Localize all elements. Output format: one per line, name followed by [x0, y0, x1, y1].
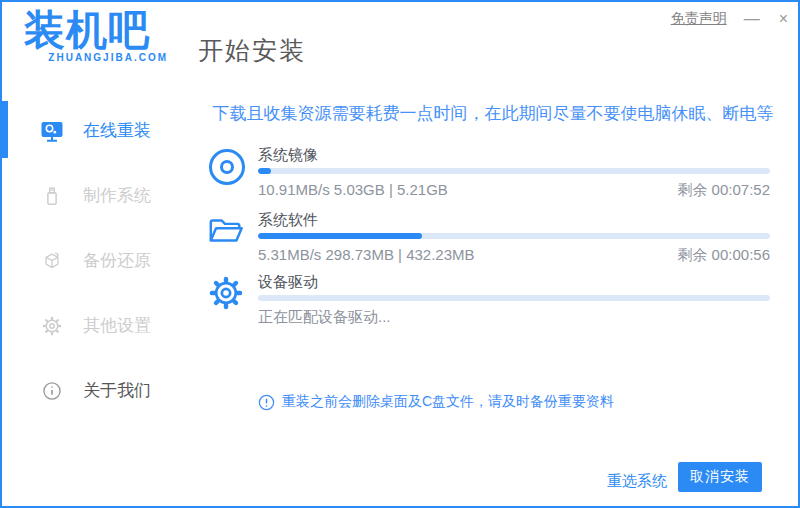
progress-fill — [258, 233, 422, 239]
task-row-system-software: 系统软件 5.31MB/s 298.73MB | 432.23MB 剩余 00:… — [192, 211, 798, 264]
info-circle-icon — [40, 380, 64, 402]
cancel-install-button[interactable]: 取消安装 — [678, 462, 762, 492]
sidebar-item-label: 备份还原 — [83, 249, 151, 272]
sidebar-item-other-settings[interactable]: 其他设置 — [2, 293, 192, 358]
alert-circle-icon — [258, 394, 275, 411]
backup-cube-icon — [40, 250, 64, 272]
backup-note-text: 重装之前会删除桌面及C盘文件，请及时备份重要资料 — [282, 393, 614, 411]
task-speed-size: 5.31MB/s 298.73MB | 432.23MB — [258, 246, 475, 264]
progress-bar — [258, 233, 770, 239]
usb-drive-icon — [40, 185, 64, 207]
sidebar-item-make-system[interactable]: 制作系统 — [2, 163, 192, 228]
sidebar-item-about-us[interactable]: 关于我们 — [2, 358, 192, 423]
task-title: 系统镜像 — [258, 146, 770, 163]
sidebar-item-label: 制作系统 — [83, 184, 151, 207]
sidebar-item-label: 关于我们 — [83, 379, 151, 402]
download-warning-text: 下载且收集资源需要耗费一点时间，在此期间尽量不要使电脑休眠、断电等 — [212, 102, 774, 125]
task-title: 设备驱动 — [258, 273, 770, 290]
sidebar-item-label: 其他设置 — [83, 314, 151, 337]
sidebar-item-label: 在线重装 — [83, 119, 151, 142]
sidebar: 在线重装 制作系统 备份还原 — [2, 98, 192, 423]
task-speed-size: 10.91MB/s 5.03GB | 5.21GB — [258, 181, 448, 199]
task-time-remaining: 剩余 00:07:52 — [677, 181, 770, 199]
installer-window: 装机吧 ZHUANGJIBA.COM 开始安装 免责声明 — × 在线重装 — [0, 0, 800, 508]
open-folder-icon — [207, 212, 245, 250]
progress-fill — [258, 168, 271, 174]
task-title: 系统软件 — [258, 211, 770, 228]
gear-icon — [40, 315, 64, 337]
app-logo: 装机吧 ZHUANGJIBA.COM — [24, 6, 168, 63]
app-logo-text: 装机吧 — [24, 6, 168, 55]
task-status-text: 正在匹配设备驱动... — [258, 308, 391, 326]
sidebar-item-online-reinstall[interactable]: 在线重装 — [2, 98, 192, 163]
disc-icon — [207, 147, 247, 187]
backup-note: 重装之前会删除桌面及C盘文件，请及时备份重要资料 — [258, 393, 770, 411]
monitor-icon — [40, 119, 64, 143]
task-row-device-drivers: 设备驱动 正在匹配设备驱动... — [192, 273, 798, 326]
main-panel: 下载且收集资源需要耗费一点时间，在此期间尽量不要使电脑休眠、断电等 系统镜像 1… — [192, 2, 798, 506]
progress-bar — [258, 295, 770, 301]
task-row-system-image: 系统镜像 10.91MB/s 5.03GB | 5.21GB 剩余 00:07:… — [192, 146, 798, 199]
active-indicator — [2, 101, 8, 158]
reselect-system-button[interactable]: 重选系统 — [607, 472, 667, 491]
progress-bar — [258, 168, 770, 174]
task-time-remaining: 剩余 00:00:56 — [677, 246, 770, 264]
gear-icon — [207, 274, 245, 312]
sidebar-item-backup-restore[interactable]: 备份还原 — [2, 228, 192, 293]
